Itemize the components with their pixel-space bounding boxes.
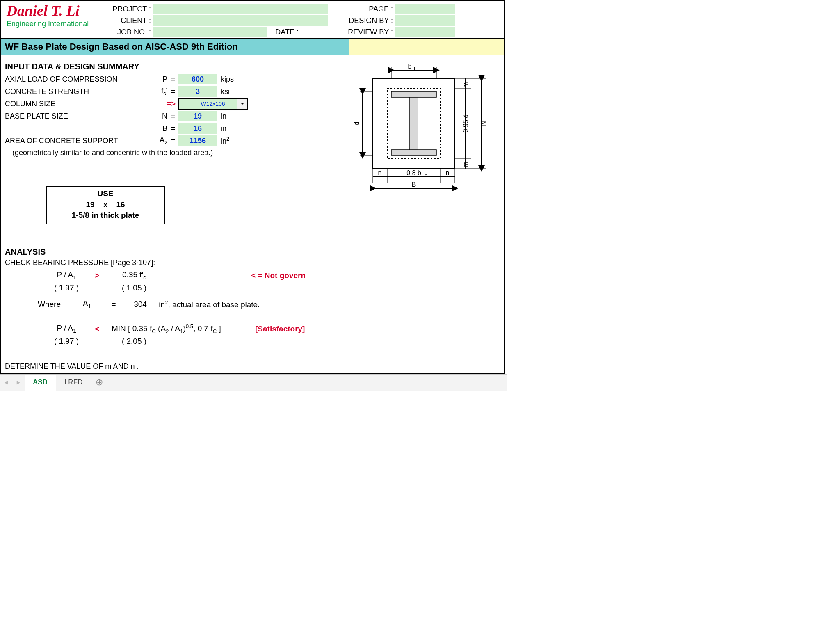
title-right-pad — [349, 39, 504, 55]
tab-nav: ◄ ► — [0, 379, 25, 386]
client-field[interactable] — [153, 15, 328, 26]
project-label: PROJECT : — [107, 5, 153, 14]
fc-sym: fc' — [140, 87, 169, 96]
val2-r: ( 2.05 ) — [107, 337, 161, 346]
val2-l: ( 1.97 ) — [46, 337, 87, 346]
use-dims: 19 x 16 — [49, 199, 162, 210]
row-fc: CONCRETE STRENGTH fc' = 3 ksi — [5, 85, 344, 98]
not-govern: < = Not govern — [251, 271, 306, 280]
use-thick: 1-5/8 in thick plate — [49, 210, 162, 221]
min-expr: MIN [ 0.35 fC (A2 / A1)0.5, 0.7 fC ] — [107, 323, 255, 334]
svg-text:b: b — [408, 63, 412, 70]
input-heading: INPUT DATA & DESIGN SUMMARY — [5, 62, 344, 71]
date-label: DATE : — [267, 28, 300, 37]
colsize-label: COLUMN SIZE — [5, 100, 140, 108]
N-unit: in — [218, 112, 247, 121]
B-value[interactable]: 16 — [178, 123, 217, 134]
chevron-down-icon[interactable] — [237, 99, 247, 109]
designby-field[interactable] — [395, 15, 455, 26]
jobno-label: JOB NO. : — [107, 28, 153, 37]
B-unit: in — [218, 124, 247, 133]
date-field[interactable] — [301, 27, 328, 37]
colsize-arrow: => — [140, 100, 177, 108]
svg-text:n: n — [378, 169, 382, 176]
reviewby-field[interactable] — [395, 27, 455, 37]
svg-rect-4 — [410, 97, 418, 150]
row-axial: AXIAL LOAD OF COMPRESSION P = 600 kips — [5, 73, 344, 85]
colsize-dropdown[interactable]: W12x106 — [178, 98, 248, 110]
val-l: ( 1.97 ) — [46, 283, 87, 292]
axial-sym: P — [140, 75, 169, 84]
project-field[interactable] — [153, 4, 328, 14]
bearing-row2: P / A1 < MIN [ 0.35 fC (A2 / A1)0.5, 0.7… — [5, 323, 344, 335]
pa1b-label: P / A1 — [46, 324, 87, 334]
spreadsheet-page: Daniel T. Li Engineering International P… — [0, 0, 505, 374]
tab-asd[interactable]: ASD — [25, 375, 56, 391]
meta-grid: PROJECT : PAGE : CLIENT : DESIGN BY : JO… — [107, 1, 504, 38]
eq: = — [169, 112, 177, 121]
eq: = — [169, 75, 177, 84]
N-value[interactable]: 19 — [178, 111, 217, 121]
svg-text:d: d — [353, 122, 360, 126]
N-label: BASE PLATE SIZE — [5, 112, 140, 121]
A2-sym: A2 — [140, 136, 169, 146]
row-B: B = 16 in — [5, 122, 344, 135]
tab-prev-icon[interactable]: ◄ — [3, 379, 9, 386]
axial-unit: kips — [218, 75, 247, 84]
sheet-tabs: ◄ ► ASD LRFD ⊕ — [0, 374, 507, 391]
axial-value[interactable]: 600 — [178, 74, 217, 84]
use-title: USE — [49, 188, 162, 199]
analysis-heading: ANALYSIS — [5, 247, 344, 257]
bearing-row1-vals: ( 1.97 ) ( 1.05 ) — [5, 282, 344, 294]
satisfactory: [Satisfactory] — [255, 324, 305, 333]
tab-next-icon[interactable]: ► — [16, 379, 21, 386]
A2-unit: in2 — [218, 136, 247, 146]
jobno-field[interactable] — [153, 27, 267, 37]
svg-text:0.8  b: 0.8 b — [406, 169, 421, 176]
fc-unit: ksi — [218, 87, 247, 96]
pa1-label: P / A1 — [46, 270, 87, 281]
A2-value[interactable]: 1156 — [178, 135, 217, 146]
main: INPUT DATA & DESIGN SUMMARY AXIAL LOAD O… — [1, 55, 504, 373]
eq: = — [169, 137, 177, 145]
title-bar: WF Base Plate Design Based on AISC-ASD 9… — [1, 39, 504, 55]
row-N: BASE PLATE SIZE N = 19 in — [5, 110, 344, 122]
left-column: INPUT DATA & DESIGN SUMMARY AXIAL LOAD O… — [5, 62, 344, 371]
logo-name: Daniel T. Li — [7, 3, 106, 18]
svg-text:m: m — [462, 82, 469, 87]
bearing-row2-vals: ( 1.97 ) ( 2.05 ) — [5, 335, 344, 347]
N-sym: N — [140, 112, 169, 121]
A1-sym: A1 — [71, 299, 103, 309]
tab-add-button[interactable]: ⊕ — [91, 377, 107, 388]
baseplate-diagram: b f m 0.95 d m N — [348, 62, 496, 193]
svg-text:N: N — [480, 121, 487, 126]
fc-label: CONCRETE STRENGTH — [5, 87, 140, 96]
svg-text:m: m — [462, 162, 469, 167]
where: Where — [38, 300, 71, 309]
reviewby-label: REVIEW BY : — [329, 28, 395, 37]
colsize-value: W12x106 — [201, 100, 225, 107]
header: Daniel T. Li Engineering International P… — [1, 1, 504, 39]
axial-label: AXIAL LOAD OF COMPRESSION — [5, 75, 140, 84]
svg-rect-3 — [391, 150, 436, 155]
logo-block: Daniel T. Li Engineering International — [1, 1, 107, 38]
tab-lrfd[interactable]: LRFD — [56, 375, 91, 391]
lt-op: < — [87, 324, 107, 333]
input-note: (geometrically similar to and concentric… — [5, 148, 344, 157]
where-eq: = — [103, 300, 124, 309]
analysis: ANALYSIS CHECK BEARING PRESSURE [Page 3-… — [5, 247, 344, 371]
A2-label: AREA OF CONCRETE SUPPORT — [5, 137, 140, 145]
svg-text:n: n — [446, 169, 450, 176]
mn-title: DETERMINE THE VALUE OF m AND n : — [5, 362, 344, 371]
svg-text:0.95 d: 0.95 d — [462, 114, 469, 132]
fc-value[interactable]: 3 — [178, 86, 217, 97]
svg-text:B: B — [412, 181, 416, 188]
page-field[interactable] — [395, 4, 455, 14]
bearing-title: CHECK BEARING PRESSURE [Page 3-107]: — [5, 258, 344, 267]
page-label: PAGE : — [329, 5, 395, 14]
client-label: CLIENT : — [107, 16, 153, 25]
svg-rect-2 — [391, 91, 436, 97]
designby-label: DESIGN BY : — [329, 16, 395, 25]
eq: = — [169, 124, 177, 133]
diagram-column: b f m 0.95 d m N — [344, 62, 500, 371]
